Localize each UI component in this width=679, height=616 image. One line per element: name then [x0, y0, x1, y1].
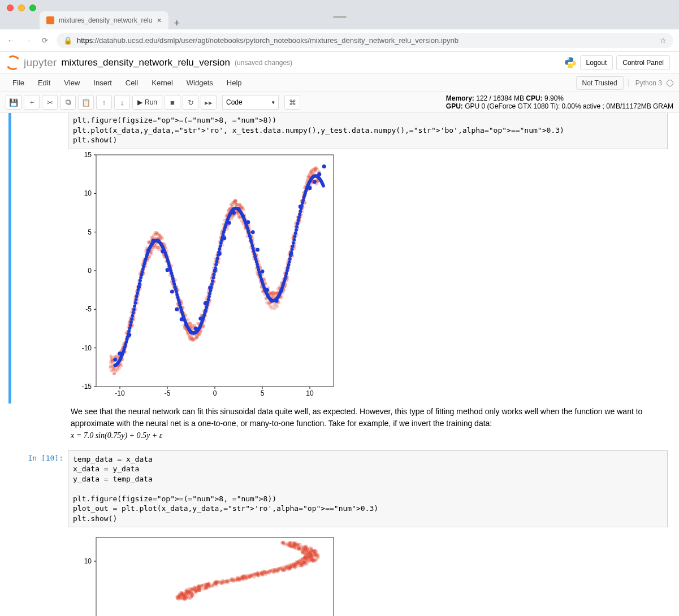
- menu-help[interactable]: Help: [220, 75, 249, 90]
- command-palette-button[interactable]: ⌘: [284, 95, 300, 110]
- new-tab-button[interactable]: +: [168, 18, 186, 29]
- svg-point-1421: [215, 580, 219, 584]
- notebook-name[interactable]: mixtures_density_network_relu_version: [61, 57, 230, 68]
- python-logo-icon: [564, 57, 577, 69]
- svg-point-1114: [218, 247, 221, 250]
- svg-point-1429: [221, 579, 224, 583]
- cell-type-value: Code: [226, 98, 243, 106]
- svg-point-1113: [217, 250, 220, 254]
- control-panel-button[interactable]: Control Panel: [616, 55, 670, 70]
- restart-run-all-button[interactable]: ▸▸: [201, 95, 217, 110]
- scatter-chart-2: 10: [68, 532, 339, 616]
- svg-point-935: [175, 307, 179, 311]
- svg-point-1382: [197, 584, 201, 588]
- svg-point-1225: [295, 225, 299, 228]
- svg-point-991: [132, 307, 136, 311]
- run-button[interactable]: ▶Run: [132, 95, 162, 110]
- kernel-indicator-icon: [667, 80, 673, 86]
- svg-point-1459: [236, 576, 239, 579]
- svg-point-951: [251, 230, 255, 234]
- svg-point-1716: [308, 546, 312, 550]
- svg-point-987: [129, 320, 133, 324]
- url-field[interactable]: 🔒 https://datahub.ucsd.edu/dsmlp/user/ag…: [57, 33, 673, 48]
- trust-button[interactable]: Not Trusted: [576, 76, 624, 90]
- toolbar: 💾 ＋ ✂ ⧉ 📋 ↑ ↓ ▶Run ■ ↻ ▸▸ Code ▾ ⌘ Memor…: [0, 92, 679, 113]
- svg-point-1105: [211, 276, 215, 279]
- menu-cell[interactable]: Cell: [119, 75, 145, 90]
- svg-point-743: [275, 305, 279, 308]
- tab-title: mixtures_density_network_relu: [59, 16, 152, 24]
- menu-file[interactable]: File: [6, 75, 31, 90]
- bookmark-icon[interactable]: ☆: [660, 36, 667, 45]
- svg-point-1323: [179, 591, 183, 595]
- code-cell[interactable]: In [10]: temp_data = x_data x_data = y_d…: [11, 450, 668, 616]
- svg-point-1001: [139, 276, 142, 279]
- menu-widgets[interactable]: Widgets: [180, 75, 220, 90]
- svg-point-1108: [214, 266, 217, 270]
- scatter-chart: -10-50510-15-10-5051015: [68, 149, 339, 404]
- tab-close-icon[interactable]: ×: [157, 16, 161, 25]
- svg-point-1100: [208, 292, 211, 295]
- restart-button[interactable]: ↻: [183, 95, 198, 110]
- forward-icon[interactable]: →: [23, 36, 33, 45]
- svg-text:5: 5: [261, 389, 265, 397]
- svg-text:-5: -5: [85, 305, 92, 313]
- markdown-text: We see that the neural network can fit t…: [71, 407, 642, 428]
- jupyter-logo[interactable]: jupyter: [6, 55, 57, 70]
- browser-tab[interactable]: mixtures_density_network_relu ×: [40, 11, 168, 29]
- svg-point-1103: [210, 283, 214, 286]
- menu-kernel[interactable]: Kernel: [145, 75, 180, 90]
- move-up-button[interactable]: ↑: [96, 95, 112, 110]
- cut-cell-button[interactable]: ✂: [42, 95, 58, 110]
- svg-point-1109: [214, 263, 218, 266]
- svg-point-1106: [213, 272, 216, 276]
- insert-cell-button[interactable]: ＋: [24, 95, 40, 110]
- url-scheme: https: [77, 36, 93, 45]
- svg-point-1211: [286, 268, 289, 272]
- svg-point-1760: [292, 541, 296, 545]
- svg-point-1101: [209, 289, 212, 292]
- svg-text:-10: -10: [82, 344, 92, 352]
- svg-point-1541: [279, 566, 283, 570]
- menubar: FileEditViewInsertCellKernelWidgetsHelp …: [0, 74, 679, 92]
- cell-type-select[interactable]: Code ▾: [222, 95, 279, 110]
- window-close-icon[interactable]: [7, 5, 14, 11]
- menu-edit[interactable]: Edit: [31, 75, 57, 90]
- svg-text:0: 0: [213, 389, 217, 397]
- save-button[interactable]: 💾: [6, 95, 21, 110]
- svg-text:5: 5: [88, 228, 92, 236]
- move-down-button[interactable]: ↓: [114, 95, 130, 110]
- svg-point-1223: [294, 231, 297, 235]
- cpu-label: CPU:: [526, 94, 542, 102]
- prompt: [11, 113, 68, 404]
- svg-text:10: 10: [84, 189, 92, 197]
- interrupt-button[interactable]: ■: [165, 95, 180, 110]
- svg-point-999: [138, 282, 141, 285]
- back-icon[interactable]: ←: [6, 36, 16, 45]
- svg-point-71: [119, 364, 123, 367]
- chart-output-2: 10: [68, 532, 668, 616]
- paste-cell-button[interactable]: 📋: [78, 95, 94, 110]
- svg-point-986: [129, 323, 132, 327]
- svg-point-411: [198, 332, 202, 336]
- url-path: ://datahub.ucsd.edu/dsmlp/user/agt/noteb…: [93, 36, 459, 45]
- code-input[interactable]: temp_data = x_data x_data = y_data y_dat…: [68, 450, 668, 528]
- window-minimize-icon[interactable]: [18, 5, 25, 11]
- logout-button[interactable]: Logout: [580, 55, 613, 70]
- reload-icon[interactable]: ⟳: [40, 36, 50, 45]
- copy-cell-button[interactable]: ⧉: [60, 95, 76, 110]
- svg-point-1230: [299, 210, 302, 213]
- svg-point-1217: [289, 251, 293, 254]
- markdown-cell[interactable]: We see that the neural network can fit t…: [11, 404, 668, 444]
- svg-point-1098: [207, 298, 210, 301]
- code-cell[interactable]: plt.figure(figsize="op">=(="num">8, ="nu…: [8, 113, 668, 404]
- window-maximize-icon[interactable]: [29, 5, 36, 11]
- code-input[interactable]: plt.figure(figsize="op">=(="num">8, ="nu…: [68, 113, 668, 149]
- menu-view[interactable]: View: [57, 75, 87, 90]
- svg-point-997: [136, 288, 140, 292]
- svg-point-1216: [289, 254, 292, 257]
- svg-point-988: [130, 317, 133, 320]
- svg-point-1222: [293, 235, 296, 238]
- menu-insert[interactable]: Insert: [87, 75, 119, 90]
- cpu-value: 9.90%: [543, 94, 564, 102]
